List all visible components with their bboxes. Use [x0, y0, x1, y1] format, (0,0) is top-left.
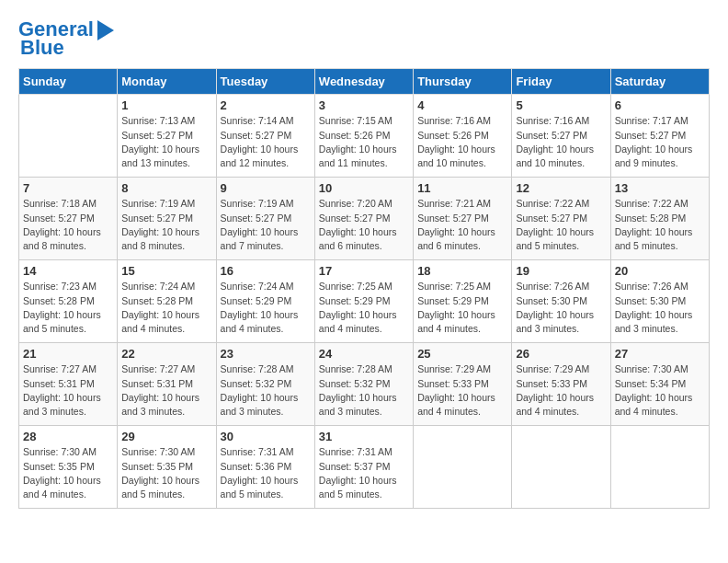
calendar-cell: 29Sunrise: 7:30 AM Sunset: 5:35 PM Dayli…: [118, 426, 216, 509]
day-info: Sunrise: 7:27 AM Sunset: 5:31 PM Dayligh…: [23, 362, 113, 419]
day-number: 21: [23, 347, 113, 361]
day-header-thursday: Thursday: [414, 69, 512, 95]
day-info: Sunrise: 7:21 AM Sunset: 5:27 PM Dayligh…: [417, 197, 507, 253]
day-header-friday: Friday: [512, 69, 610, 95]
day-info: Sunrise: 7:24 AM Sunset: 5:29 PM Dayligh…: [221, 280, 311, 336]
calendar-cell: 5Sunrise: 7:16 AM Sunset: 5:27 PM Daylig…: [512, 95, 610, 178]
calendar-cell: 11Sunrise: 7:21 AM Sunset: 5:27 PM Dayli…: [414, 178, 512, 260]
calendar-cell: [19, 95, 118, 178]
page-header: General Blue: [18, 18, 710, 59]
day-info: Sunrise: 7:23 AM Sunset: 5:28 PM Dayligh…: [23, 280, 113, 336]
calendar-cell: 12Sunrise: 7:22 AM Sunset: 5:27 PM Dayli…: [512, 178, 610, 260]
day-info: Sunrise: 7:27 AM Sunset: 5:31 PM Dayligh…: [121, 362, 211, 419]
calendar-cell: 13Sunrise: 7:22 AM Sunset: 5:28 PM Dayli…: [610, 178, 709, 260]
logo-arrow-icon: [97, 20, 114, 40]
day-number: 17: [319, 264, 409, 278]
day-number: 3: [319, 98, 409, 112]
calendar-cell: 4Sunrise: 7:16 AM Sunset: 5:26 PM Daylig…: [414, 95, 512, 178]
day-number: 5: [516, 98, 606, 112]
day-info: Sunrise: 7:29 AM Sunset: 5:33 PM Dayligh…: [417, 362, 507, 419]
day-number: 6: [615, 98, 705, 112]
calendar-cell: 10Sunrise: 7:20 AM Sunset: 5:27 PM Dayli…: [314, 178, 413, 260]
calendar-cell: 21Sunrise: 7:27 AM Sunset: 5:31 PM Dayli…: [19, 343, 118, 426]
day-number: 16: [221, 264, 311, 278]
calendar-cell: 6Sunrise: 7:17 AM Sunset: 5:27 PM Daylig…: [610, 95, 709, 178]
calendar-week-row: 14Sunrise: 7:23 AM Sunset: 5:28 PM Dayli…: [19, 260, 710, 343]
day-number: 15: [121, 264, 211, 278]
day-number: 7: [23, 181, 113, 195]
calendar-cell: 28Sunrise: 7:30 AM Sunset: 5:35 PM Dayli…: [19, 426, 118, 509]
day-number: 8: [121, 181, 211, 195]
day-number: 30: [221, 430, 311, 443]
calendar-cell: [512, 426, 610, 509]
day-info: Sunrise: 7:19 AM Sunset: 5:27 PM Dayligh…: [121, 197, 211, 253]
day-info: Sunrise: 7:24 AM Sunset: 5:28 PM Dayligh…: [121, 280, 211, 336]
calendar-cell: 20Sunrise: 7:26 AM Sunset: 5:30 PM Dayli…: [610, 260, 709, 343]
calendar-cell: 22Sunrise: 7:27 AM Sunset: 5:31 PM Dayli…: [118, 343, 216, 426]
calendar-cell: [414, 426, 512, 509]
day-info: Sunrise: 7:31 AM Sunset: 5:36 PM Dayligh…: [221, 445, 311, 501]
day-number: 27: [615, 347, 705, 361]
day-number: 14: [23, 264, 113, 278]
day-number: 4: [417, 98, 507, 112]
day-number: 24: [319, 347, 409, 361]
day-info: Sunrise: 7:28 AM Sunset: 5:32 PM Dayligh…: [319, 362, 409, 419]
day-number: 13: [615, 181, 705, 195]
calendar-cell: 26Sunrise: 7:29 AM Sunset: 5:33 PM Dayli…: [512, 343, 610, 426]
day-number: 28: [23, 430, 113, 443]
calendar-cell: 17Sunrise: 7:25 AM Sunset: 5:29 PM Dayli…: [314, 260, 413, 343]
day-number: 9: [221, 181, 311, 195]
calendar-cell: 7Sunrise: 7:18 AM Sunset: 5:27 PM Daylig…: [19, 178, 118, 260]
day-header-saturday: Saturday: [610, 69, 709, 95]
day-number: 2: [221, 98, 311, 112]
day-info: Sunrise: 7:25 AM Sunset: 5:29 PM Dayligh…: [319, 280, 409, 336]
calendar-cell: 19Sunrise: 7:26 AM Sunset: 5:30 PM Dayli…: [512, 260, 610, 343]
day-header-tuesday: Tuesday: [216, 69, 314, 95]
calendar-cell: 25Sunrise: 7:29 AM Sunset: 5:33 PM Dayli…: [414, 343, 512, 426]
day-info: Sunrise: 7:18 AM Sunset: 5:27 PM Dayligh…: [23, 197, 113, 253]
day-info: Sunrise: 7:16 AM Sunset: 5:26 PM Dayligh…: [417, 114, 507, 170]
day-number: 22: [121, 347, 211, 361]
day-number: 31: [319, 430, 409, 443]
day-info: Sunrise: 7:30 AM Sunset: 5:34 PM Dayligh…: [615, 362, 705, 419]
day-number: 1: [121, 98, 211, 112]
day-info: Sunrise: 7:14 AM Sunset: 5:27 PM Dayligh…: [221, 114, 311, 170]
calendar-cell: 2Sunrise: 7:14 AM Sunset: 5:27 PM Daylig…: [216, 95, 314, 178]
logo: General Blue: [18, 18, 114, 59]
calendar-cell: 14Sunrise: 7:23 AM Sunset: 5:28 PM Dayli…: [19, 260, 118, 343]
day-info: Sunrise: 7:25 AM Sunset: 5:29 PM Dayligh…: [417, 280, 507, 336]
day-number: 23: [221, 347, 311, 361]
day-info: Sunrise: 7:29 AM Sunset: 5:33 PM Dayligh…: [516, 362, 606, 419]
calendar-cell: [610, 426, 709, 509]
day-number: 26: [516, 347, 606, 361]
day-info: Sunrise: 7:31 AM Sunset: 5:37 PM Dayligh…: [319, 445, 409, 501]
calendar-cell: 3Sunrise: 7:15 AM Sunset: 5:26 PM Daylig…: [314, 95, 413, 178]
day-info: Sunrise: 7:22 AM Sunset: 5:28 PM Dayligh…: [615, 197, 705, 253]
day-info: Sunrise: 7:30 AM Sunset: 5:35 PM Dayligh…: [121, 445, 211, 501]
calendar-cell: 30Sunrise: 7:31 AM Sunset: 5:36 PM Dayli…: [216, 426, 314, 509]
day-number: 20: [615, 264, 705, 278]
calendar-cell: 15Sunrise: 7:24 AM Sunset: 5:28 PM Dayli…: [118, 260, 216, 343]
calendar-cell: 8Sunrise: 7:19 AM Sunset: 5:27 PM Daylig…: [118, 178, 216, 260]
calendar-cell: 31Sunrise: 7:31 AM Sunset: 5:37 PM Dayli…: [314, 426, 413, 509]
calendar-cell: 9Sunrise: 7:19 AM Sunset: 5:27 PM Daylig…: [216, 178, 314, 260]
calendar-cell: 1Sunrise: 7:13 AM Sunset: 5:27 PM Daylig…: [118, 95, 216, 178]
calendar-week-row: 28Sunrise: 7:30 AM Sunset: 5:35 PM Dayli…: [19, 426, 710, 509]
calendar-cell: 27Sunrise: 7:30 AM Sunset: 5:34 PM Dayli…: [610, 343, 709, 426]
day-info: Sunrise: 7:22 AM Sunset: 5:27 PM Dayligh…: [516, 197, 606, 253]
day-number: 10: [319, 181, 409, 195]
day-number: 19: [516, 264, 606, 278]
calendar-cell: 18Sunrise: 7:25 AM Sunset: 5:29 PM Dayli…: [414, 260, 512, 343]
day-info: Sunrise: 7:26 AM Sunset: 5:30 PM Dayligh…: [615, 280, 705, 336]
day-info: Sunrise: 7:15 AM Sunset: 5:26 PM Dayligh…: [319, 114, 409, 170]
day-number: 18: [417, 264, 507, 278]
calendar-cell: 23Sunrise: 7:28 AM Sunset: 5:32 PM Dayli…: [216, 343, 314, 426]
day-info: Sunrise: 7:19 AM Sunset: 5:27 PM Dayligh…: [221, 197, 311, 253]
day-info: Sunrise: 7:13 AM Sunset: 5:27 PM Dayligh…: [121, 114, 211, 170]
calendar-header-row: SundayMondayTuesdayWednesdayThursdayFrid…: [19, 69, 710, 95]
day-info: Sunrise: 7:17 AM Sunset: 5:27 PM Dayligh…: [615, 114, 705, 170]
day-number: 11: [417, 181, 507, 195]
day-number: 12: [516, 181, 606, 195]
calendar-week-row: 1Sunrise: 7:13 AM Sunset: 5:27 PM Daylig…: [19, 95, 710, 178]
day-number: 25: [417, 347, 507, 361]
